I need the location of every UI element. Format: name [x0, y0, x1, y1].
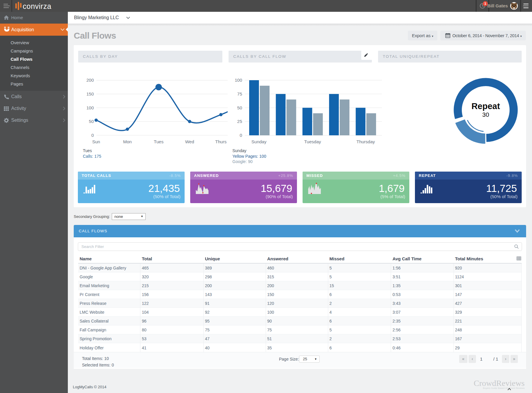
svg-text:Thurs: Thurs: [215, 139, 226, 144]
svg-text:0: 0: [91, 133, 94, 138]
svg-text:Sun: Sun: [92, 139, 100, 144]
svg-text:200: 200: [86, 78, 94, 83]
svg-text:Repeat: Repeat: [472, 101, 500, 111]
svg-text:Mon: Mon: [123, 139, 132, 144]
svg-text:75: 75: [237, 91, 242, 96]
svg-text:30: 30: [482, 111, 489, 118]
svg-text:Thursday: Thursday: [357, 139, 375, 144]
svg-text:25: 25: [237, 119, 242, 124]
svg-text:Sunday: Sunday: [252, 139, 267, 144]
svg-text:0: 0: [240, 133, 242, 138]
svg-text:100: 100: [235, 78, 242, 83]
svg-text:Tues: Tues: [154, 139, 164, 144]
svg-text:Tuesday: Tuesday: [304, 139, 321, 144]
svg-text:Wed: Wed: [185, 139, 194, 144]
svg-text:50: 50: [89, 119, 94, 124]
svg-text:100: 100: [86, 105, 94, 110]
svg-text:50: 50: [237, 105, 242, 110]
svg-text:150: 150: [86, 91, 94, 96]
